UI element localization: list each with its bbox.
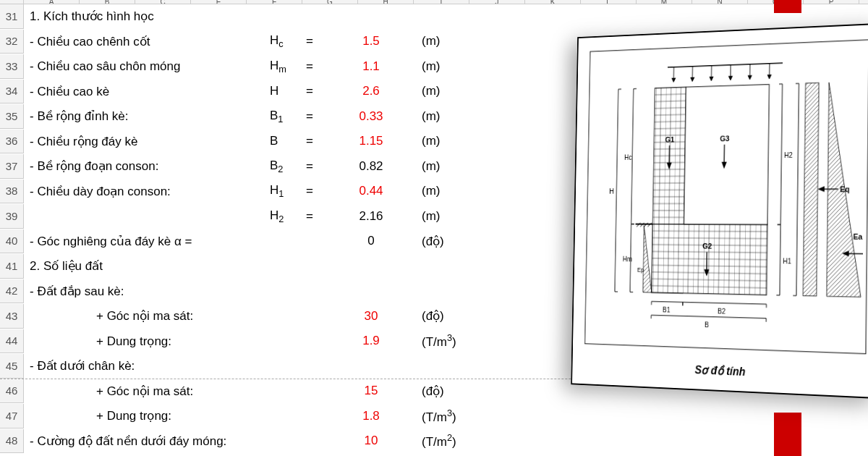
param-value[interactable]: 10 [328, 434, 414, 448]
param-label: - Cường độ đất nền dưới đáy móng: [24, 434, 270, 449]
red-tab-top [774, 0, 801, 13]
svg-marker-23 [827, 81, 863, 297]
param-symbol: Hm [270, 59, 306, 75]
row-number: 37 [0, 154, 24, 179]
param-unit: (m) [414, 159, 472, 174]
param-label: - Bề rộng đỉnh kè: [24, 109, 270, 124]
param-symbol: B2 [270, 159, 306, 174]
param-unit: (độ) [414, 308, 472, 324]
row-number: 48 [0, 429, 24, 454]
table-row: 47+ Dung trọng:1.8(T/m3) [0, 404, 868, 429]
param-label: - Chiều rộng đáy kè [24, 134, 270, 149]
param-unit: (độ) [414, 384, 472, 399]
col-header: K [525, 0, 581, 4]
dim-hm: Hm [623, 256, 632, 263]
param-unit: (m) [414, 84, 472, 98]
col-header: A [24, 0, 80, 4]
col-header: H [358, 0, 414, 4]
table-row: 48 - Cường độ đất nền dưới đáy móng:10(T… [0, 429, 868, 455]
row-number: 45 [0, 354, 24, 379]
diagram-panel: H Hc Hm Ep G1 G3 G2 [571, 23, 868, 400]
lbl-g2: G2 [702, 242, 712, 250]
dim-b2: B2 [718, 308, 726, 316]
diagram-caption: Sơ đồ tính [572, 358, 868, 384]
svg-rect-21 [803, 83, 819, 296]
dim-h1: H1 [783, 258, 791, 266]
param-label: - Đất dưới chân kè: [24, 358, 270, 373]
param-symbol: H [270, 84, 306, 98]
col-header: G [302, 0, 358, 4]
param-symbol: B [270, 134, 306, 148]
param-unit: (m) [414, 209, 472, 224]
param-value[interactable]: 30 [328, 309, 414, 324]
param-label: - Chiều dày đoạn conson: [24, 184, 270, 199]
param-value[interactable]: 15 [328, 384, 414, 398]
param-value[interactable]: 1.1 [328, 59, 414, 74]
param-unit: (m) [414, 134, 472, 148]
param-symbol: H2 [270, 208, 306, 224]
param-unit: (m) [414, 184, 472, 198]
col-header: J [469, 0, 525, 4]
equals-sign: = [306, 184, 328, 198]
col-header: C [135, 0, 191, 4]
row-number: 42 [0, 279, 24, 304]
param-value[interactable]: 0.82 [328, 159, 414, 174]
red-tab-bottom [774, 413, 801, 456]
col-header: P [804, 0, 859, 4]
param-value[interactable]: 2.16 [328, 209, 414, 224]
col-header: I [414, 0, 469, 4]
param-value[interactable]: 0 [328, 234, 414, 248]
row-number: 43 [0, 304, 24, 329]
param-unit: (T/m3) [414, 408, 472, 425]
equals-sign: = [306, 84, 328, 98]
param-label: - Chiều cao chênh cốt [24, 34, 270, 49]
row-number: 38 [0, 180, 24, 204]
dim-b: B [705, 321, 709, 329]
row-number: 41 [0, 254, 24, 279]
equals-sign: = [306, 109, 328, 124]
param-value[interactable]: 1.8 [328, 409, 414, 423]
param-value[interactable]: 0.44 [328, 184, 414, 198]
lbl-ea: Ea [853, 232, 862, 241]
param-symbol: Hc [270, 33, 306, 49]
param-label: 2. Số liệu đất [24, 258, 270, 274]
param-value[interactable]: 0.33 [328, 109, 414, 124]
param-value[interactable]: 1.5 [328, 34, 414, 48]
dim-b1: B1 [663, 306, 671, 313]
lbl-g3: G3 [720, 135, 729, 143]
equals-sign: = [306, 159, 328, 174]
col-header: E [191, 0, 247, 4]
param-label: - Bề rộng đoạn conson: [24, 159, 270, 174]
param-label: - Đất đắp sau kè: [24, 284, 270, 299]
param-label: - Chiều cao sâu chôn móng [24, 59, 270, 74]
param-label: + Góc nội ma sát: [24, 384, 270, 399]
col-header: B [80, 0, 135, 4]
param-label: + Dung trọng: [24, 408, 270, 423]
param-label: - Chiều cao kè [24, 84, 270, 99]
param-value[interactable]: 2.6 [328, 84, 414, 98]
param-label: + Góc nội ma sát: [24, 308, 270, 324]
param-unit: (T/m2) [414, 432, 472, 449]
svg-rect-11 [684, 85, 769, 225]
row-number: 39 [0, 204, 24, 229]
row-number: 47 [0, 404, 24, 428]
equals-sign: = [306, 209, 328, 224]
col-header: M [637, 0, 692, 4]
row-number: 31 [0, 4, 24, 29]
lbl-g1: G1 [665, 135, 675, 143]
param-label: + Dung trọng: [24, 334, 270, 349]
row-number: 36 [0, 130, 24, 154]
lbl-ep: Ep [637, 266, 644, 273]
param-unit: (m) [414, 34, 472, 48]
param-value[interactable]: 1.9 [328, 334, 414, 348]
row-number: 44 [0, 329, 24, 354]
param-symbol: B1 [270, 109, 306, 124]
param-value[interactable]: 1.15 [328, 134, 414, 148]
row-number: 46 [0, 379, 24, 404]
equals-sign: = [306, 134, 328, 148]
col-header: F [247, 0, 302, 4]
param-unit: (m) [414, 109, 472, 124]
param-unit: (m) [414, 59, 472, 74]
svg-line-2 [668, 63, 783, 67]
col-header: L [581, 0, 637, 4]
